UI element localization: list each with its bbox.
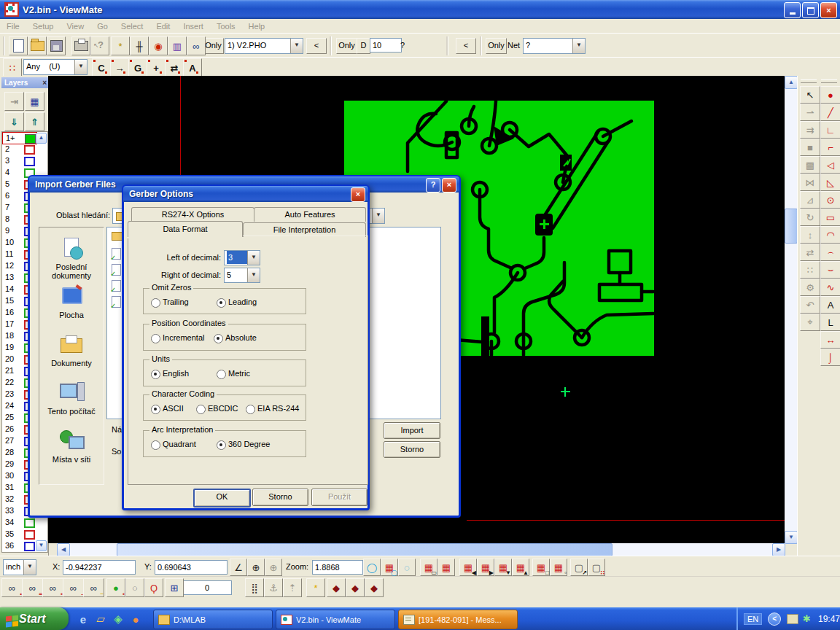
start-button[interactable]: Start bbox=[0, 607, 69, 630]
draw-polyline-tool[interactable]: ∟ bbox=[820, 121, 840, 139]
gerber-dialog-titlebar[interactable]: Gerber Options × bbox=[123, 186, 368, 202]
draw-circle-tool[interactable]: ⊙ bbox=[820, 191, 840, 209]
chevron-down-icon[interactable]: ▼ bbox=[372, 209, 384, 223]
left-of-decimal-combobox[interactable]: 3 ▼ bbox=[224, 250, 260, 265]
close-icon[interactable]: × bbox=[42, 77, 47, 88]
draw-arc-chord-tool[interactable]: ⌣ bbox=[820, 261, 840, 279]
menu-select[interactable]: Select bbox=[114, 20, 150, 32]
menu-file[interactable]: File bbox=[0, 20, 26, 32]
layer-color-swatch[interactable] bbox=[24, 542, 35, 551]
pick-filter-button[interactable]: ╫ bbox=[130, 36, 149, 55]
chevron-down-icon[interactable]: ▼ bbox=[290, 39, 303, 53]
dcode-input[interactable]: 10 bbox=[370, 38, 402, 52]
pan-right-button[interactable]: ▦▶ bbox=[477, 559, 494, 576]
highlight-lamp-off-button[interactable]: ○ bbox=[125, 578, 144, 597]
hide-icons-chevron[interactable]: < bbox=[768, 612, 781, 626]
view-filter-all-button[interactable]: ∞~ bbox=[83, 578, 104, 597]
probe-button[interactable]: ⊕ bbox=[265, 559, 282, 576]
tab-rs274x-options[interactable]: RS274-X Options bbox=[131, 207, 254, 222]
import-cancel-button[interactable]: Storno bbox=[384, 441, 440, 458]
menu-edit[interactable]: Edit bbox=[149, 20, 176, 32]
only-dcode-toggle[interactable]: Only bbox=[336, 38, 357, 54]
grid-dots-button[interactable]: ⣿ bbox=[245, 578, 264, 597]
layer-colors-button[interactable]: ▥ bbox=[168, 36, 187, 55]
target-dcode-button[interactable]: ◉ bbox=[149, 36, 168, 55]
tab-file-interpretation[interactable]: File Interpretation bbox=[243, 222, 366, 237]
layers-scroll-up-icon[interactable]: ▲ bbox=[36, 133, 47, 144]
chevron-down-icon[interactable]: ▼ bbox=[572, 39, 585, 53]
minimize-button[interactable] bbox=[784, 2, 801, 18]
units-combobox[interactable]: inch▼ bbox=[3, 559, 36, 575]
diamond-pad-1-button[interactable]: ◆ bbox=[327, 578, 346, 597]
draw-curve-tool[interactable]: ∿ bbox=[820, 279, 840, 296]
cancel-button[interactable]: Storno bbox=[252, 489, 308, 506]
draw-triangle-tool[interactable]: ◺ bbox=[820, 174, 840, 191]
pan-down-button[interactable]: ▦▼ bbox=[494, 559, 512, 576]
dialog-close-button[interactable]: × bbox=[442, 178, 456, 192]
folder-launch-icon[interactable]: ▱ bbox=[93, 612, 108, 626]
anchor-button[interactable]: ⚓ bbox=[264, 578, 283, 597]
view-filter-pads-button[interactable]: ∞• bbox=[1, 578, 23, 597]
radio-trailing[interactable] bbox=[151, 298, 160, 308]
restore-button[interactable] bbox=[802, 2, 819, 18]
taskbar-task-1[interactable]: D:\MLAB bbox=[153, 610, 273, 629]
new-file-button[interactable] bbox=[9, 36, 28, 55]
scroll-down-icon[interactable]: ▼ bbox=[785, 531, 798, 544]
scroll-right-icon[interactable]: ▶ bbox=[772, 543, 785, 556]
view-filter-selection-button[interactable]: ∞- bbox=[63, 578, 84, 597]
gerber-file-item-icon[interactable] bbox=[112, 264, 121, 276]
menu-view[interactable]: View bbox=[60, 20, 90, 32]
diamond-pad-3-button[interactable]: ◆ bbox=[365, 578, 384, 597]
prev-dcode-button[interactable]: < bbox=[456, 38, 476, 54]
ie-icon[interactable]: e bbox=[76, 612, 90, 626]
move-origin-button[interactable]: ⇡ bbox=[283, 578, 302, 597]
highlight-flash-button[interactable]: * bbox=[111, 36, 130, 55]
radio-leading[interactable] bbox=[217, 298, 226, 308]
draw-arc-angle-tool[interactable]: ◁ bbox=[820, 156, 840, 174]
draw-arc-ccw-tool[interactable]: ⌢ bbox=[820, 244, 840, 261]
layers-scroll-down-icon[interactable]: ▼ bbox=[36, 540, 47, 551]
layer-color-swatch[interactable] bbox=[24, 157, 35, 166]
menu-insert[interactable]: Insert bbox=[176, 20, 210, 32]
vscroll-thumb[interactable] bbox=[785, 209, 798, 244]
select-trace-button-button[interactable]: ⇄ bbox=[165, 58, 184, 77]
layer-combobox[interactable]: 1) V2.PHO▼ bbox=[225, 38, 303, 54]
menu-help[interactable]: Help bbox=[242, 20, 272, 32]
draw-pad-tool[interactable]: ● bbox=[820, 86, 840, 104]
place-posledn-dokumenty[interactable]: Poslední dokumenty bbox=[39, 236, 104, 280]
layer-color-swatch[interactable] bbox=[25, 134, 36, 144]
scroll-up-icon[interactable]: ▲ bbox=[785, 76, 798, 89]
select-group-button-button[interactable]: G bbox=[128, 58, 147, 77]
select-component-button-button[interactable]: C bbox=[92, 58, 111, 77]
zoom-select-button[interactable]: ◌ bbox=[398, 559, 416, 576]
angle-button[interactable]: ∠ bbox=[230, 559, 247, 576]
hscroll-thumb[interactable] bbox=[117, 543, 612, 556]
right-of-decimal-combobox[interactable]: 5 ▼ bbox=[224, 268, 260, 283]
radio-quadrant[interactable] bbox=[151, 440, 160, 450]
select-pad-button-button[interactable]: + bbox=[147, 58, 166, 77]
gerber-file-item-icon[interactable] bbox=[112, 280, 121, 292]
language-indicator[interactable]: EN bbox=[744, 613, 762, 625]
draw-dimension-tool[interactable]: ↔ bbox=[820, 331, 840, 349]
green-app-icon[interactable]: ◈ bbox=[111, 612, 125, 626]
draw-arc-cw-tool[interactable]: ◠ bbox=[820, 226, 840, 244]
select-scope-combobox[interactable]: Any (U)▼ bbox=[23, 59, 88, 75]
radio-ascii[interactable] bbox=[151, 405, 160, 414]
grid-toggle-button[interactable]: ▦ bbox=[438, 559, 455, 576]
layer-row-2[interactable]: 2 bbox=[2, 144, 36, 155]
view-filter-traces-button[interactable]: ∞= bbox=[22, 578, 43, 597]
draw-outline-tool[interactable]: ⌡ bbox=[820, 349, 840, 366]
measure-window-button[interactable]: ▢↗ bbox=[570, 559, 588, 576]
radio-absolute[interactable] bbox=[214, 334, 223, 343]
layer-up-button[interactable]: ⇑ bbox=[25, 112, 44, 131]
radio-english[interactable] bbox=[151, 370, 160, 379]
layer-row-1[interactable]: 1+ bbox=[2, 132, 37, 144]
counter-field[interactable]: 0 bbox=[182, 580, 232, 595]
draw-text-tool[interactable]: A bbox=[820, 296, 840, 314]
place-dokumenty[interactable]: Dokumenty bbox=[39, 332, 104, 368]
place-plocha[interactable]: Plocha bbox=[39, 284, 104, 319]
clock[interactable]: 19:47 bbox=[818, 614, 840, 624]
select-text-button-button[interactable]: A bbox=[183, 58, 202, 77]
layer-table-button[interactable]: ▦ bbox=[25, 92, 44, 111]
diamond-pad-2-button[interactable]: ◆ bbox=[346, 578, 365, 597]
